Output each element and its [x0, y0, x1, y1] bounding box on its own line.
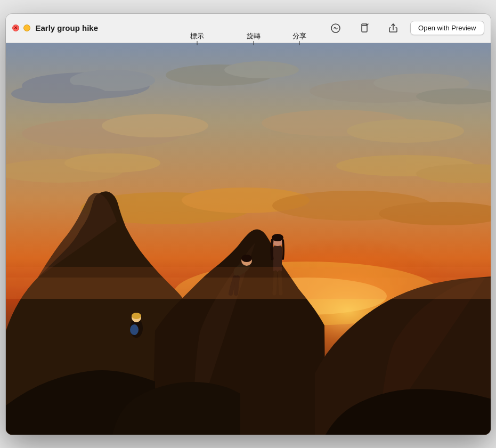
rotate-button[interactable] [356, 20, 373, 37]
markup-icon [330, 23, 341, 34]
titlebar: ✕ Early group hike [6, 14, 491, 43]
svg-point-15 [102, 114, 208, 137]
svg-point-10 [224, 61, 299, 78]
share-button[interactable] [385, 20, 402, 37]
window-title: Early group hike [36, 23, 328, 32]
image-container [6, 43, 491, 435]
image-canvas [6, 43, 491, 435]
close-icon: ✕ [14, 26, 18, 30]
quick-look-window: 標示 旋轉 分享 ✕ Early group hike [6, 14, 491, 435]
close-button[interactable]: ✕ [12, 25, 19, 31]
open-with-preview-button[interactable]: Open with Preview [410, 21, 484, 35]
svg-point-29 [130, 324, 139, 335]
minimize-button[interactable] [23, 25, 30, 31]
svg-point-17 [347, 119, 464, 143]
svg-rect-1 [362, 26, 367, 32]
scene-svg [6, 43, 491, 435]
svg-point-31 [241, 255, 252, 262]
svg-point-28 [132, 313, 141, 319]
rotate-icon [359, 23, 370, 34]
svg-point-34 [272, 234, 283, 241]
scene-background [6, 43, 491, 435]
svg-point-19 [64, 153, 160, 173]
svg-point-8 [11, 84, 107, 103]
markup-button[interactable] [327, 20, 344, 37]
toolbar-icons [327, 20, 402, 37]
window-controls: ✕ [12, 25, 30, 31]
share-icon [388, 23, 399, 34]
svg-rect-36 [6, 278, 491, 299]
